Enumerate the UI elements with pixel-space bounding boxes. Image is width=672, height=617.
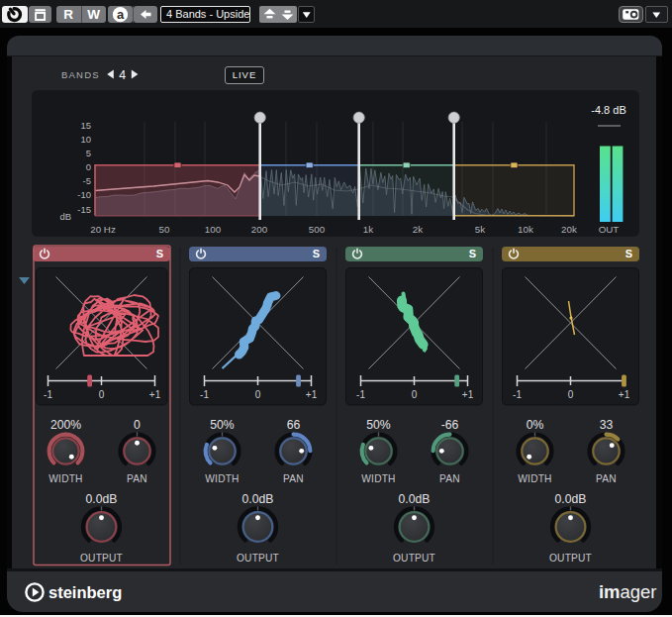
svg-text:-1: -1 <box>356 389 365 400</box>
svg-text:0: 0 <box>412 389 418 400</box>
svg-text:+1: +1 <box>149 389 161 400</box>
svg-text:0: 0 <box>99 389 105 400</box>
svg-text:+1: +1 <box>462 389 474 400</box>
svg-text:0: 0 <box>568 389 574 400</box>
svg-text:0: 0 <box>255 389 261 400</box>
svg-text:-1: -1 <box>44 389 52 400</box>
svg-text:+1: +1 <box>619 389 630 400</box>
svg-text:-1: -1 <box>200 389 209 400</box>
svg-text:+1: +1 <box>306 389 318 400</box>
svg-text:-1: -1 <box>513 389 522 400</box>
